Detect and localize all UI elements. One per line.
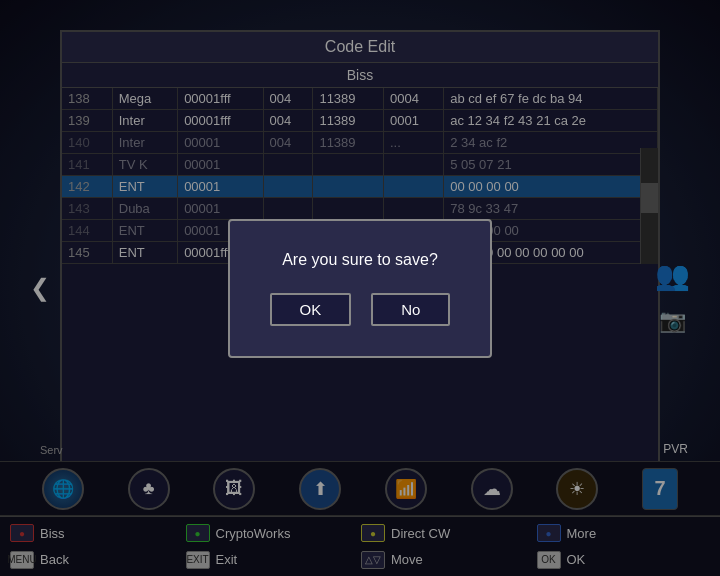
modal-no-button[interactable]: No: [371, 293, 450, 326]
modal-box: Are you sure to save? OK No: [228, 219, 493, 358]
modal-question: Are you sure to save?: [270, 251, 451, 269]
modal-ok-button[interactable]: OK: [270, 293, 352, 326]
modal-buttons: OK No: [270, 293, 451, 326]
modal-overlay: Are you sure to save? OK No: [0, 0, 720, 576]
